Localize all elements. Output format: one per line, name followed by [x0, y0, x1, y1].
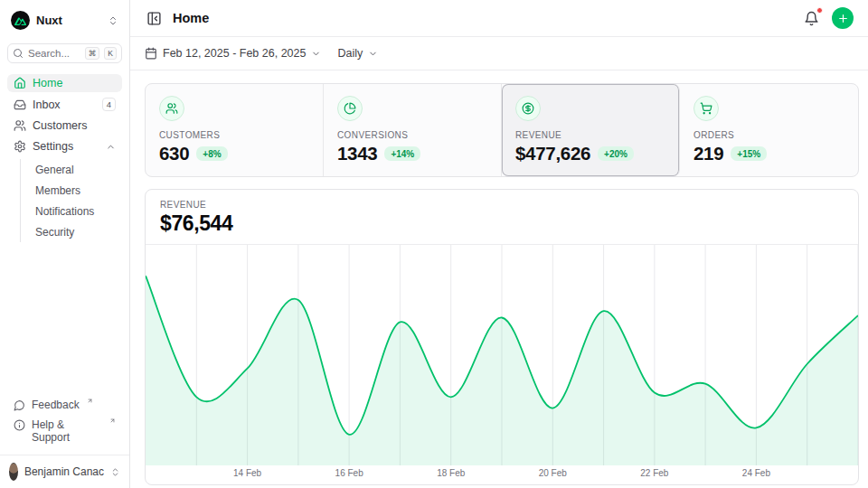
- home-icon: [14, 77, 26, 89]
- shopping-cart-icon: [693, 96, 719, 121]
- stat-card-revenue[interactable]: REVENUE $477,626 +20%: [502, 84, 680, 176]
- x-axis-tick-label: 16 Feb: [335, 468, 363, 478]
- page-title: Home: [173, 11, 209, 25]
- x-axis-tick-label: 18 Feb: [437, 468, 465, 478]
- help-support-label: Help & Support: [32, 418, 102, 444]
- message-circle-icon: [14, 399, 25, 411]
- inbox-count-badge: 4: [102, 98, 116, 111]
- calendar-icon: [145, 47, 157, 60]
- notifications-button[interactable]: [802, 9, 821, 28]
- stat-card-orders[interactable]: ORDERS 219 +15%: [680, 84, 858, 176]
- sidebar-item-label: Inbox: [33, 99, 61, 111]
- user-menu[interactable]: Benjamin Canac: [0, 455, 129, 488]
- sidebar: Nuxt Search... ⌘ K Home Inbox 4: [0, 0, 130, 488]
- user-name: Benjamin Canac: [24, 465, 104, 478]
- search-placeholder: Search...: [28, 48, 80, 59]
- stat-label: CONVERSIONS: [337, 130, 487, 140]
- workspace-switcher[interactable]: Nuxt: [7, 11, 122, 30]
- chevrons-up-down-icon: [108, 15, 118, 26]
- stat-value: 1343: [337, 143, 377, 164]
- stat-delta-badge: +14%: [384, 146, 420, 161]
- settings-subnav: General Members Notifications Security: [20, 159, 122, 242]
- stat-label: CUSTOMERS: [159, 130, 309, 140]
- content: CUSTOMERS 630 +8% CONVERSIONS 1343 +14%: [130, 70, 868, 488]
- app-root: Nuxt Search... ⌘ K Home Inbox 4: [0, 0, 868, 488]
- avatar: [9, 463, 18, 481]
- feedback-link[interactable]: Feedback: [7, 396, 122, 414]
- add-button[interactable]: [832, 7, 854, 29]
- main-area: Home Feb 12, 2025 - Feb 26, 2025 Daily: [130, 0, 868, 488]
- sidebar-item-customers[interactable]: Customers: [7, 117, 122, 135]
- sidebar-item-settings[interactable]: Settings: [7, 137, 122, 155]
- sidebar-item-home[interactable]: Home: [7, 74, 122, 92]
- external-link-icon: [109, 417, 116, 424]
- stat-delta-badge: +15%: [731, 146, 767, 161]
- chart-header: REVENUE $76,544: [146, 190, 858, 245]
- chevron-down-icon: [311, 49, 321, 59]
- filters-toolbar: Feb 12, 2025 - Feb 26, 2025 Daily: [130, 37, 868, 70]
- x-axis-tick-label: 22 Feb: [640, 468, 668, 478]
- stat-label: REVENUE: [515, 130, 665, 140]
- chart-metric-label: REVENUE: [160, 200, 844, 210]
- sidebar-item-inbox[interactable]: Inbox 4: [7, 95, 122, 114]
- x-axis-tick-label: 14 Feb: [233, 468, 261, 478]
- pie-chart-icon: [337, 96, 363, 121]
- x-axis-tick-label: 24 Feb: [742, 468, 770, 478]
- gear-icon: [14, 140, 26, 153]
- info-icon: [14, 418, 25, 431]
- chevron-up-icon: [106, 142, 116, 152]
- date-range-picker[interactable]: Feb 12, 2025 - Feb 26, 2025: [145, 47, 321, 60]
- sidebar-item-notifications[interactable]: Notifications: [21, 201, 122, 221]
- sidebar-item-label: Home: [33, 77, 62, 89]
- topbar: Home: [130, 0, 868, 37]
- stat-delta-badge: +20%: [598, 146, 634, 161]
- users-icon: [14, 119, 26, 132]
- collapse-sidebar-button[interactable]: [145, 9, 164, 28]
- sidebar-item-label: Customers: [33, 119, 87, 132]
- stat-card-conversions[interactable]: CONVERSIONS 1343 +14%: [324, 84, 502, 176]
- kbd-meta: ⌘: [85, 47, 100, 60]
- revenue-chart-plot[interactable]: [146, 245, 858, 465]
- sidebar-item-label: Settings: [33, 140, 73, 153]
- sidebar-item-general[interactable]: General: [21, 159, 122, 180]
- granularity-select[interactable]: Daily: [337, 47, 378, 60]
- external-link-icon: [87, 397, 93, 404]
- notification-dot: [816, 7, 823, 14]
- chevron-down-icon: [368, 49, 378, 59]
- panel-left-close-icon: [146, 11, 162, 26]
- chevrons-up-down-icon: [110, 467, 120, 477]
- revenue-chart-card: REVENUE $76,544 14 Feb16 Feb18 Feb20 Feb…: [145, 189, 859, 485]
- granularity-label: Daily: [337, 47, 363, 60]
- search-input[interactable]: Search... ⌘ K: [7, 43, 122, 63]
- sidebar-item-security[interactable]: Security: [21, 221, 122, 242]
- users-icon: [159, 96, 184, 121]
- revenue-chart-axis: 14 Feb16 Feb18 Feb20 Feb22 Feb24 Feb: [146, 465, 858, 484]
- stat-delta-badge: +8%: [196, 146, 227, 161]
- kbd-k: K: [104, 47, 117, 60]
- stat-value: 219: [693, 143, 723, 164]
- inbox-icon: [14, 99, 26, 111]
- stat-value: 630: [159, 143, 189, 164]
- feedback-label: Feedback: [32, 399, 80, 411]
- sidebar-item-members[interactable]: Members: [21, 180, 122, 201]
- stat-value: $477,626: [515, 143, 590, 164]
- stats-row: CUSTOMERS 630 +8% CONVERSIONS 1343 +14%: [145, 83, 859, 177]
- circle-dollar-icon: [515, 96, 541, 121]
- sidebar-footer: Feedback Help & Support Benjamin Canac: [7, 396, 122, 488]
- sidebar-nav: Home Inbox 4 Customers Settings General: [7, 74, 122, 242]
- stat-card-customers[interactable]: CUSTOMERS 630 +8%: [146, 84, 324, 176]
- date-range-label: Feb 12, 2025 - Feb 26, 2025: [163, 47, 306, 60]
- nuxt-logo-icon: [11, 11, 30, 30]
- help-support-link[interactable]: Help & Support: [7, 416, 122, 446]
- stat-label: ORDERS: [693, 130, 844, 140]
- topbar-actions: [802, 7, 854, 29]
- plus-icon: [837, 13, 849, 24]
- workspace-name: Nuxt: [36, 14, 101, 27]
- x-axis-tick-label: 20 Feb: [539, 468, 567, 478]
- chart-metric-value: $76,544: [160, 211, 844, 236]
- search-icon: [13, 48, 24, 59]
